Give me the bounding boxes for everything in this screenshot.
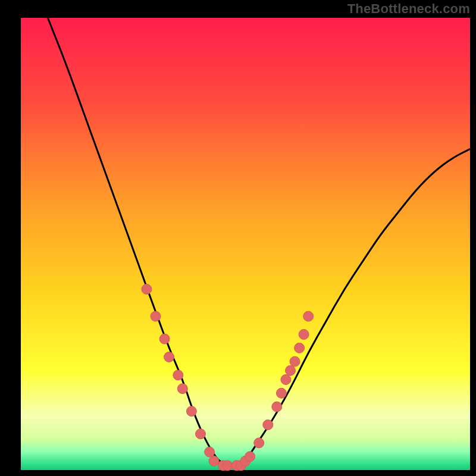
- bottleneck-chart: [0, 0, 476, 476]
- curve-marker: [151, 311, 161, 321]
- curve-marker: [295, 343, 305, 353]
- curve-marker: [281, 375, 291, 385]
- curve-marker: [177, 384, 187, 394]
- watermark-text: TheBottleneck.com: [347, 1, 470, 17]
- curve-marker: [159, 334, 170, 344]
- curve-marker: [209, 456, 219, 466]
- plot-area: [21, 18, 470, 470]
- curve-marker: [196, 429, 206, 439]
- curve-marker: [290, 356, 300, 367]
- curve-marker: [272, 402, 282, 412]
- curve-marker: [254, 438, 264, 448]
- chart-frame: TheBottleneck.com: [0, 0, 476, 476]
- curve-marker: [245, 452, 255, 462]
- curve-marker: [186, 406, 196, 416]
- curve-marker: [164, 352, 174, 362]
- curve-marker: [286, 365, 296, 375]
- curve-marker: [299, 330, 309, 340]
- curve-marker: [173, 370, 183, 380]
- curve-marker: [205, 447, 215, 457]
- curve-marker: [263, 420, 273, 430]
- curve-marker: [303, 311, 314, 321]
- curve-marker: [223, 461, 233, 471]
- curve-marker: [142, 284, 152, 295]
- curve-marker: [276, 388, 286, 398]
